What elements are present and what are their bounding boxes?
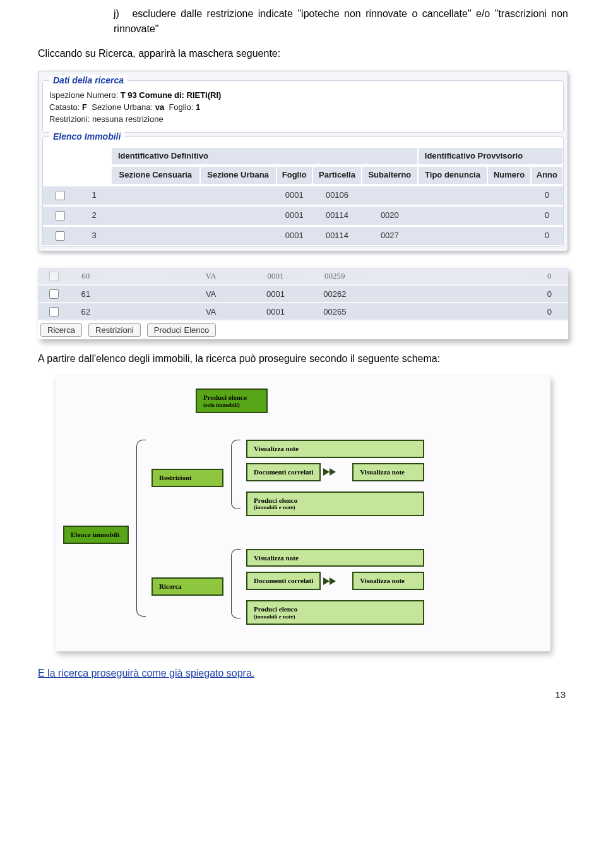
lbl-foglio: Foglio: <box>169 102 193 112</box>
produci-elenco-button[interactable]: Produci Elenco <box>147 323 216 337</box>
legend-elenco-immobili: Elenco Immobili <box>49 131 124 142</box>
th-sez-urbana: Sezione Urbana <box>200 166 276 184</box>
restrizioni-button[interactable]: Restrizioni <box>88 323 141 337</box>
table-row: 62 VA 0001 00265 0 <box>38 303 568 320</box>
page-number: 13 <box>38 689 568 700</box>
val-restrizioni: Restrizioni: nessuna restrizione <box>49 114 163 124</box>
box-documenti-correlati: Documenti correlati <box>246 463 321 481</box>
th-particella: Particella <box>312 166 362 184</box>
th-foglio: Foglio <box>276 166 312 184</box>
th-anno: Anno <box>531 166 563 184</box>
arrow-icon <box>323 467 350 477</box>
box-produci-elenco-note: Produci elenco (immobili e note) <box>246 491 424 516</box>
checkbox-icon[interactable] <box>56 211 65 220</box>
flow-diagram: Produci elenco (solo immobili) Elenco im… <box>56 376 550 651</box>
th-identificativo-provvisorio: Identificativo Provvisorio <box>418 147 563 166</box>
th-sez-censuaria: Sezione Censuaria <box>111 166 200 184</box>
table-row: 61 VA 0001 00262 0 <box>38 286 568 302</box>
legend-dati-ricerca: Dati della ricerca <box>49 75 128 85</box>
list-marker-j: j) <box>114 6 128 21</box>
arrow-icon <box>323 576 350 586</box>
checkbox-icon[interactable] <box>49 272 59 281</box>
th-identificativo-definitivo: Identificativo Definitivo <box>111 147 418 166</box>
th-subalterno: Subalterno <box>362 166 418 184</box>
ricerca-button[interactable]: Ricerca <box>40 323 82 337</box>
checkbox-icon[interactable] <box>49 307 59 316</box>
table-row: 2 0001 00114 0020 0 <box>43 206 563 225</box>
box-ricerca: Ricerca <box>152 577 223 596</box>
box-visualizza-note-4: Visualizza note <box>352 572 424 590</box>
val-ispezione: T 93 Comune di: <box>121 90 184 100</box>
table-row: 60 VA 0001 00259 0 <box>38 268 568 285</box>
screenshot-elenco-bottom: 60 VA 0001 00259 0 61 VA 0001 00262 0 <box>38 267 568 340</box>
th-tipo-denuncia: Tipo denuncia <box>418 166 488 184</box>
lbl-catasto: Catasto: <box>49 102 80 112</box>
list-text-j: escludere dalle restrizione indicate "ip… <box>114 8 568 34</box>
elenco-table-2: 60 VA 0001 00259 0 61 VA 0001 00262 0 <box>38 267 568 322</box>
val-foglio: 1 <box>196 102 200 112</box>
final-sentence: E la ricerca proseguirà come già spiegat… <box>38 668 568 679</box>
elenco-immobili-table: Identificativo Definitivo Identificativo… <box>43 146 563 246</box>
list-item-j: j) escludere dalle restrizione indicate … <box>114 6 568 37</box>
box-produci-elenco-note-2: Produci elenco (immobili e note) <box>246 600 424 625</box>
table-row: 1 0001 00106 0 <box>43 186 563 205</box>
box-produci-elenco-solo: Produci elenco (solo immobili) <box>196 389 268 413</box>
val-comune: RIETI(RI) <box>187 90 222 100</box>
table-row: 3 0001 00114 0027 0 <box>43 226 563 245</box>
box-elenco-immobili: Elenco immobili <box>63 526 129 544</box>
box-visualizza-note-3: Visualizza note <box>246 549 424 567</box>
search-data-body: Ispezione Numero: T 93 Comune di: RIETI(… <box>43 81 563 132</box>
box-documenti-correlati-2: Documenti correlati <box>246 572 321 590</box>
intro-click-paragraph: Cliccando su Ricerca, apparirà la masche… <box>38 48 568 59</box>
val-catasto: F <box>82 102 87 112</box>
screenshot-dati-ricerca: Dati della ricerca Ispezione Numero: T 9… <box>38 71 568 251</box>
lbl-sez-urbana: Sezione Urbana: <box>92 102 153 112</box>
lbl-ispezione: Ispezione Numero: <box>49 90 118 100</box>
box-visualizza-note-2: Visualizza note <box>352 463 424 481</box>
checkbox-icon[interactable] <box>56 231 65 241</box>
checkbox-icon[interactable] <box>56 191 65 200</box>
val-sez-urbana: va <box>155 102 164 112</box>
box-visualizza-note: Visualizza note <box>246 440 424 458</box>
checkbox-icon[interactable] <box>49 289 59 299</box>
box-restrizioni: Restrizioni <box>152 469 223 487</box>
schema-intro-paragraph: A partire dall'elenco degli immobili, la… <box>38 353 568 365</box>
th-numero: Numero <box>487 166 530 184</box>
